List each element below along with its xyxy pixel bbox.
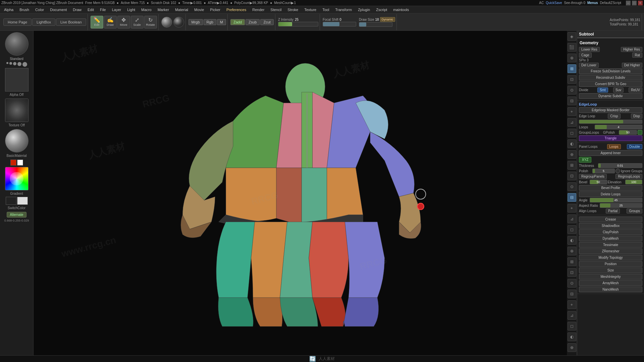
rotate-btn[interactable]: ↻ Rotate	[144, 16, 157, 28]
alternate-btn[interactable]: Alternate	[7, 212, 26, 218]
relu-v-btn[interactable]: ReUV	[629, 87, 642, 93]
higher-res-btn[interactable]: Higher Res	[621, 47, 642, 52]
menu-edit[interactable]: Edit	[85, 7, 97, 12]
tool-icon-27[interactable]: ⊿	[568, 311, 576, 320]
lightbox-tab[interactable]: LightBox	[32, 18, 55, 26]
tool-icon-13[interactable]: ⊞	[568, 161, 576, 170]
clay-polish-btn[interactable]: ClayPolish	[579, 229, 642, 235]
tessimate-btn[interactable]: Tessimate	[579, 242, 642, 248]
z-remesher-btn[interactable]: ZRemesher	[579, 248, 642, 254]
material-preview[interactable]	[5, 129, 29, 153]
color-fg[interactable]	[10, 160, 16, 166]
flat-render-btn[interactable]	[161, 17, 172, 27]
color-bg[interactable]	[17, 160, 23, 166]
dynamic-btn[interactable]: Dynamic	[380, 17, 395, 22]
shadow-box-btn[interactable]: ShadowBox	[579, 223, 642, 229]
triangle-btn[interactable]: Triangle	[579, 135, 642, 141]
geometry-title[interactable]: Geometry	[579, 39, 642, 47]
gradient-light[interactable]	[17, 197, 28, 205]
size-btn[interactable]: Size	[579, 267, 642, 273]
scale-btn[interactable]: ⤢ Scale	[131, 16, 144, 28]
regroup-panels-btn[interactable]: RegroupPanels	[579, 174, 607, 179]
loops-slider[interactable]: 4	[595, 125, 642, 129]
angle-slider[interactable]: 45	[590, 198, 642, 202]
edge-loop-slider[interactable]	[579, 120, 642, 124]
tool-icon-18[interactable]: ⊿	[568, 215, 576, 223]
polish-slider[interactable]: 5	[592, 169, 615, 173]
menu-draw[interactable]: Draw	[70, 7, 84, 12]
tool-icon-1[interactable]: ◈	[568, 32, 576, 41]
aspect-ratio-slider[interactable]: 25	[600, 203, 642, 208]
tool-icon-15[interactable]: ⊙	[568, 182, 576, 191]
freeze-subdiv-btn[interactable]: Freeze SubDivision Levels	[579, 68, 642, 74]
loops2-btn[interactable]: Loops	[607, 144, 621, 149]
move-btn[interactable]: ✥ Move	[117, 16, 130, 28]
menu-movie[interactable]: Movie	[192, 7, 207, 12]
menu-stroke[interactable]: Stroke	[285, 7, 301, 12]
mrgb-btn[interactable]: Mrgb	[189, 19, 203, 25]
menu-stencil[interactable]: Stencil	[268, 7, 284, 12]
gradient-dark[interactable]	[6, 197, 16, 205]
cage-btn[interactable]: Cage	[579, 53, 592, 58]
menu-file[interactable]: File	[97, 7, 109, 12]
home-page-tab[interactable]: Home Page	[3, 18, 32, 26]
tool-icon-19[interactable]: ◻	[568, 225, 576, 234]
rat-btn[interactable]: Rat	[632, 53, 642, 58]
thickness-slider[interactable]: 0.01	[598, 163, 642, 168]
see-through-btn[interactable]: See-through 0	[564, 1, 585, 5]
tool-icon-7[interactable]: ⊟	[568, 97, 576, 105]
gpolish-slider[interactable]: 50	[619, 130, 637, 135]
minimize-btn[interactable]: ─	[626, 1, 631, 5]
append-inner-btn[interactable]: Append Inner	[579, 150, 642, 156]
tool-icon-29[interactable]: ◐	[568, 333, 576, 341]
live-boolean-tab[interactable]: Live Boolean	[56, 18, 86, 26]
tool-icon-24[interactable]: ⊙	[568, 279, 576, 288]
menu-material[interactable]: Material	[172, 7, 191, 12]
menu-zscript[interactable]: Zscript	[373, 7, 390, 12]
tool-icon-25[interactable]: ⊟	[568, 290, 576, 298]
draw-size-slider[interactable]	[359, 22, 392, 27]
menu-macro[interactable]: Macro	[139, 7, 154, 12]
color-wheel[interactable]	[5, 167, 29, 190]
tool-icon-26[interactable]: ⌖	[568, 300, 576, 309]
bevel-slider[interactable]: 50	[590, 180, 607, 184]
menu-preferences[interactable]: Preferences	[224, 7, 249, 12]
menu-render[interactable]: Render	[250, 7, 267, 12]
tool-icon-21[interactable]: ⊕	[568, 247, 576, 255]
groups-btn[interactable]: Groups	[627, 208, 642, 214]
crisp-btn[interactable]: Crisp	[608, 114, 620, 119]
del-higher-btn[interactable]: Del Higher	[622, 63, 642, 68]
reconstruct-subdiv-btn[interactable]: Reconstruct Subdiv	[579, 75, 642, 80]
tool-icon-9[interactable]: ⊿	[568, 118, 576, 127]
tool-icon-3[interactable]: ⊕	[568, 54, 576, 62]
smt-btn[interactable]: Smt	[597, 87, 608, 93]
maximize-btn[interactable]: □	[632, 1, 637, 5]
array-mesh-btn[interactable]: ArrayMesh	[579, 280, 642, 286]
edgeloop-label[interactable]: EdgeLoop	[579, 102, 642, 107]
tool-icon-20[interactable]: ◐	[568, 236, 576, 245]
menu-layer[interactable]: Layer	[109, 7, 124, 12]
nano-mesh-btn[interactable]: NanoMesh	[579, 287, 642, 292]
m-btn[interactable]: M	[217, 19, 226, 25]
tool-icon-22[interactable]: ⊞	[568, 257, 576, 266]
texture-preview[interactable]	[5, 99, 29, 122]
menu-alpha[interactable]: Alpha	[1, 7, 16, 12]
dyna-mesh-btn[interactable]: DynaMesh	[579, 236, 642, 241]
menu-tool[interactable]: Tool	[320, 7, 332, 12]
default-zscript-btn[interactable]: DefaultZScript	[600, 1, 621, 5]
lower-res-btn[interactable]: Lower Res	[579, 47, 600, 52]
tool-icon-12[interactable]: ⊕	[568, 150, 576, 159]
wire-render-btn[interactable]	[173, 17, 184, 27]
zadd-btn[interactable]: Zadd	[230, 19, 245, 25]
canvas-area[interactable]: 人人素材 RRCG 人人素材 RRCG www.rrcg.cn 人人素材 RRC…	[34, 31, 577, 355]
z-intensity-slider[interactable]	[278, 22, 318, 26]
tool-icon-4[interactable]: ⊞	[568, 64, 576, 73]
tool-icon-14[interactable]: ⊡	[568, 172, 576, 180]
edit-btn[interactable]: ✏️ Edit	[91, 16, 103, 28]
menu-zplugin[interactable]: Zplugin	[355, 7, 373, 12]
alpha-preview[interactable]	[5, 68, 29, 92]
tool-icon-6[interactable]: ⊙	[568, 86, 576, 95]
gpolish-toggle[interactable]	[638, 130, 642, 135]
focal-shift-slider[interactable]	[323, 22, 356, 26]
position-btn[interactable]: Position	[579, 261, 642, 267]
